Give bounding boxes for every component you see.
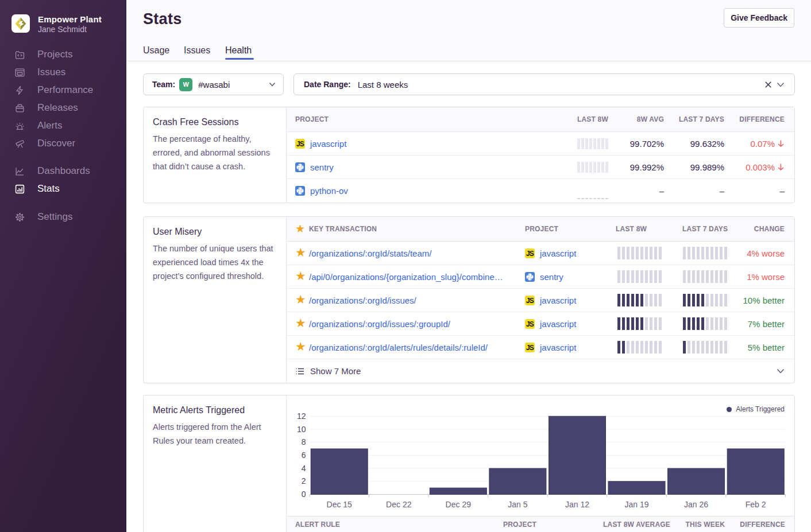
svg-text:Dec 22: Dec 22 — [386, 500, 412, 509]
svg-text:10: 10 — [297, 425, 306, 434]
svg-text:Jan 12: Jan 12 — [565, 500, 589, 509]
svg-text:6: 6 — [302, 451, 306, 460]
svg-text:Feb 2: Feb 2 — [746, 500, 766, 509]
svg-text:Dec 15: Dec 15 — [327, 500, 353, 509]
svg-text:Jan 5: Jan 5 — [508, 500, 527, 509]
svg-text:Jan 19: Jan 19 — [624, 500, 648, 509]
svg-text:Dec 29: Dec 29 — [446, 500, 472, 509]
svg-text:4: 4 — [302, 464, 306, 473]
svg-text:12: 12 — [297, 411, 306, 421]
svg-text:8: 8 — [302, 437, 306, 446]
svg-text:2: 2 — [302, 476, 306, 486]
svg-text:Jan 26: Jan 26 — [684, 500, 708, 509]
svg-text:0: 0 — [302, 490, 306, 499]
